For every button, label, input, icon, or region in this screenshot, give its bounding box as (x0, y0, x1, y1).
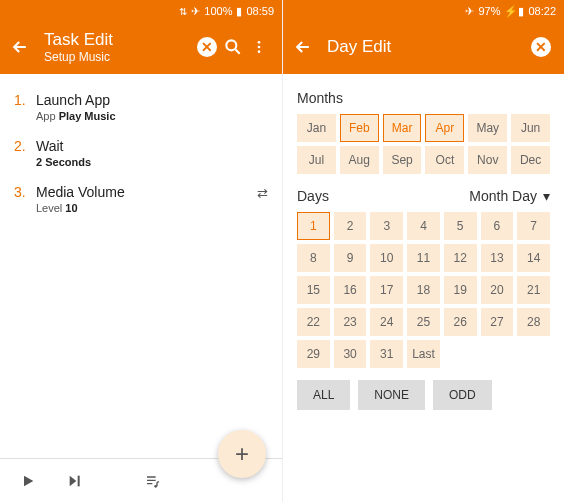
day-cell[interactable]: 29 (297, 340, 330, 368)
chevron-down-icon: ▾ (543, 188, 550, 204)
days-header: Days Month Day ▾ (297, 188, 550, 204)
status-bar: ✈ 97% ⚡▮ 08:22 (283, 0, 564, 22)
svg-point-3 (258, 50, 261, 53)
day-cell[interactable]: 5 (444, 212, 477, 240)
day-cell[interactable]: Last (407, 340, 440, 368)
month-cell[interactable]: Mar (383, 114, 422, 142)
month-cell[interactable]: Jan (297, 114, 336, 142)
back-button[interactable] (293, 37, 317, 57)
button-row: ALL NONE ODD (297, 380, 550, 410)
task-detail: Level 10 (36, 202, 125, 214)
task-list: 1.Launch AppApp Play Music2.Wait2 Second… (0, 74, 282, 458)
day-cell[interactable]: 17 (370, 276, 403, 304)
day-cell[interactable]: 12 (444, 244, 477, 272)
days-mode-dropdown[interactable]: Month Day ▾ (469, 188, 550, 204)
day-cell[interactable]: 31 (370, 340, 403, 368)
back-button[interactable] (10, 37, 34, 57)
month-cell[interactable]: Nov (468, 146, 507, 174)
svg-point-2 (258, 46, 261, 49)
clear-button[interactable]: ✕ (528, 37, 554, 57)
close-icon: ✕ (531, 37, 551, 57)
step-button[interactable] (66, 473, 84, 489)
clock-text: 08:22 (528, 5, 556, 17)
status-bar: ⇅ ✈ 100% ▮ 08:59 (0, 0, 282, 22)
day-cell[interactable]: 18 (407, 276, 440, 304)
day-cell[interactable]: 26 (444, 308, 477, 336)
days-label: Days (297, 188, 329, 204)
battery-icon: ▮ (236, 5, 242, 18)
day-cell[interactable]: 22 (297, 308, 330, 336)
day-cell[interactable]: 21 (517, 276, 550, 304)
battery-text: 100% (204, 5, 232, 17)
day-cell[interactable]: 2 (334, 212, 367, 240)
menu-button[interactable] (246, 39, 272, 55)
task-item[interactable]: 3.Media VolumeLevel 10⇄ (14, 176, 268, 222)
phone-right: ✈ 97% ⚡▮ 08:22 Day Edit ✕ Months JanFebM… (282, 0, 564, 502)
wifi-icon: ⇅ (179, 6, 187, 17)
task-detail: 2 Seconds (36, 156, 91, 168)
day-cell[interactable]: 30 (334, 340, 367, 368)
task-item[interactable]: 2.Wait2 Seconds (14, 130, 268, 176)
month-cell[interactable]: Sep (383, 146, 422, 174)
task-item[interactable]: 1.Launch AppApp Play Music (14, 84, 268, 130)
month-cell[interactable]: Feb (340, 114, 379, 142)
day-cell[interactable]: 7 (517, 212, 550, 240)
svg-point-5 (154, 485, 157, 488)
day-cell[interactable]: 20 (481, 276, 514, 304)
app-bar: Task Edit Setup Music ✕ (0, 22, 282, 74)
day-cell[interactable]: 11 (407, 244, 440, 272)
search-button[interactable] (220, 37, 246, 57)
clear-button[interactable]: ✕ (194, 37, 220, 57)
playlist-button[interactable] (144, 473, 162, 489)
day-cell[interactable]: 8 (297, 244, 330, 272)
page-subtitle: Setup Music (44, 50, 194, 64)
month-cell[interactable]: Jun (511, 114, 550, 142)
none-button[interactable]: NONE (358, 380, 425, 410)
task-number: 2. (14, 138, 36, 168)
day-cell[interactable]: 10 (370, 244, 403, 272)
battery-text: 97% (478, 5, 500, 17)
all-button[interactable]: ALL (297, 380, 350, 410)
month-cell[interactable]: Dec (511, 146, 550, 174)
task-number: 1. (14, 92, 36, 122)
page-title: Task Edit (44, 30, 194, 50)
phone-left: ⇅ ✈ 100% ▮ 08:59 Task Edit Setup Music ✕… (0, 0, 282, 502)
day-cell[interactable]: 15 (297, 276, 330, 304)
month-cell[interactable]: Jul (297, 146, 336, 174)
header-titles: Day Edit (327, 37, 528, 57)
page-title: Day Edit (327, 37, 528, 57)
close-icon: ✕ (197, 37, 217, 57)
day-cell[interactable]: 16 (334, 276, 367, 304)
add-fab[interactable]: + (218, 430, 266, 478)
day-cell[interactable]: 28 (517, 308, 550, 336)
days-grid: 1234567891011121314151617181920212223242… (297, 212, 550, 368)
play-button[interactable] (20, 473, 36, 489)
task-name: Wait (36, 138, 91, 154)
clock-text: 08:59 (246, 5, 274, 17)
months-header: Months (297, 90, 550, 106)
month-cell[interactable]: May (468, 114, 507, 142)
header-titles: Task Edit Setup Music (44, 30, 194, 64)
day-cell[interactable]: 3 (370, 212, 403, 240)
month-cell[interactable]: Apr (425, 114, 464, 142)
task-name: Launch App (36, 92, 116, 108)
day-cell[interactable]: 27 (481, 308, 514, 336)
day-cell[interactable]: 1 (297, 212, 330, 240)
day-cell[interactable]: 13 (481, 244, 514, 272)
day-cell[interactable]: 25 (407, 308, 440, 336)
svg-rect-4 (78, 475, 80, 486)
svg-point-0 (226, 40, 236, 50)
day-cell[interactable]: 24 (370, 308, 403, 336)
day-cell[interactable]: 9 (334, 244, 367, 272)
day-cell[interactable]: 6 (481, 212, 514, 240)
days-mode-value: Month Day (469, 188, 537, 204)
task-number: 3. (14, 184, 36, 214)
day-cell[interactable]: 14 (517, 244, 550, 272)
day-cell[interactable]: 19 (444, 276, 477, 304)
month-cell[interactable]: Aug (340, 146, 379, 174)
day-edit-content: Months JanFebMarAprMayJunJulAugSepOctNov… (283, 74, 564, 502)
month-cell[interactable]: Oct (425, 146, 464, 174)
odd-button[interactable]: ODD (433, 380, 492, 410)
day-cell[interactable]: 4 (407, 212, 440, 240)
day-cell[interactable]: 23 (334, 308, 367, 336)
